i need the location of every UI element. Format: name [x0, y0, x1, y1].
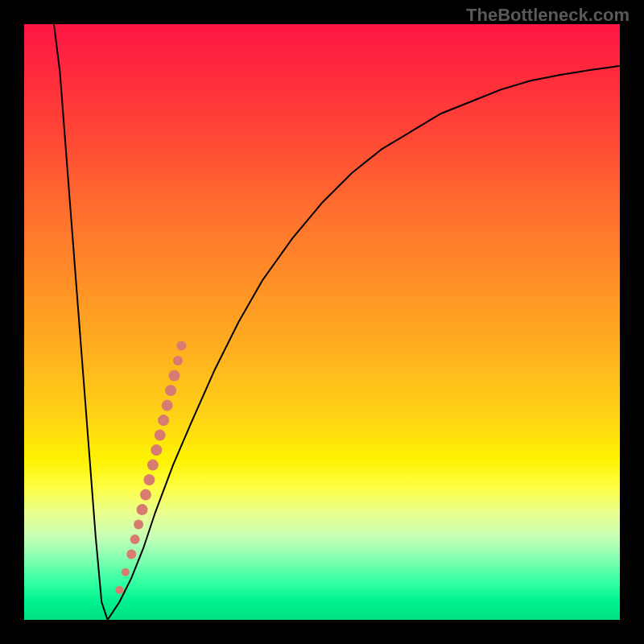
highlight-dots: [115, 341, 186, 594]
highlight-dot: [140, 489, 151, 501]
highlight-dot: [165, 385, 176, 396]
highlight-dot: [147, 460, 159, 471]
highlight-dot: [162, 400, 173, 411]
highlight-dot: [134, 520, 143, 530]
chart-frame: TheBottleneck.com: [0, 0, 644, 644]
highlight-dot: [168, 370, 180, 382]
highlight-dot: [176, 341, 186, 351]
curve-svg: [24, 24, 620, 620]
plot-area: [24, 24, 620, 620]
highlight-dot: [115, 586, 123, 594]
watermark-text: TheBottleneck.com: [466, 5, 630, 26]
bottleneck-curve: [54, 24, 620, 620]
highlight-dot: [158, 415, 169, 426]
highlight-dot: [126, 550, 136, 559]
highlight-dot: [137, 504, 148, 515]
highlight-dot: [173, 356, 183, 365]
highlight-dot: [130, 535, 140, 544]
highlight-dot: [151, 444, 162, 456]
highlight-dot: [155, 430, 166, 441]
highlight-dot: [143, 474, 155, 485]
highlight-dot: [122, 568, 130, 576]
